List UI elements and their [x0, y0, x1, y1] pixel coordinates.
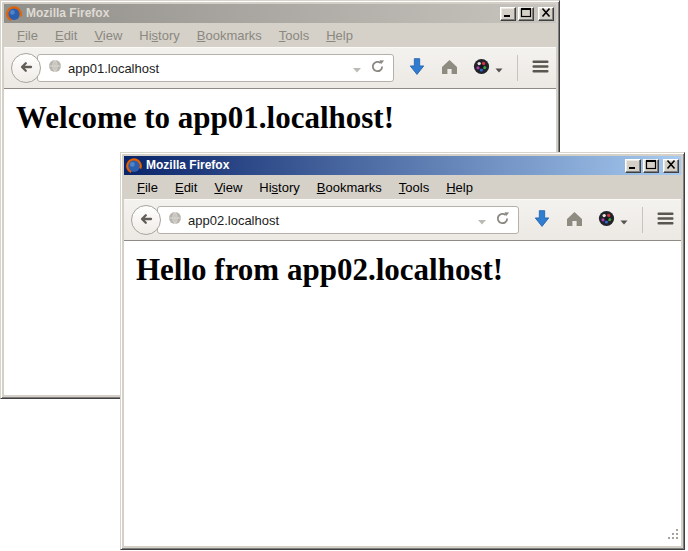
menu-item-edit[interactable]: Edit	[48, 25, 84, 46]
menu-item-bookmarks[interactable]: Bookmarks	[190, 25, 269, 46]
titlebar[interactable]: Mozilla Firefox	[4, 4, 556, 23]
menu-item-file[interactable]: File	[130, 177, 165, 198]
menu-label-part: elp	[336, 28, 353, 43]
titlebar[interactable]: Mozilla Firefox	[124, 156, 681, 175]
menu-label-mnemonic: F	[17, 28, 25, 43]
menu-label-part: dit	[64, 28, 78, 43]
firefox-window-app02: Mozilla Firefox File Edit View History B…	[120, 152, 685, 550]
navigation-toolbar: app02.localhost	[124, 199, 681, 241]
download-button[interactable]	[533, 209, 551, 231]
maximize-icon	[520, 6, 532, 21]
open-menu-button[interactable]	[532, 59, 549, 77]
minimize-icon	[502, 6, 514, 21]
extension-colorwheel-button[interactable]	[598, 210, 628, 230]
toolbar-separator	[517, 55, 518, 81]
menu-label-mnemonic: E	[175, 180, 184, 195]
menu-label-part: dit	[184, 180, 198, 195]
url-bar[interactable]: app01.localhost	[37, 54, 394, 82]
urlbar-dropdown-button[interactable]	[348, 61, 366, 76]
back-button[interactable]	[131, 205, 161, 235]
minimize-button[interactable]	[500, 7, 516, 21]
maximize-button[interactable]	[518, 7, 534, 21]
page-content: Hello from app02.localhost!	[124, 241, 681, 546]
close-button[interactable]	[663, 159, 679, 173]
minimize-icon	[627, 158, 639, 173]
minimize-button[interactable]	[625, 159, 641, 173]
site-globe-icon	[168, 211, 182, 229]
site-globe-icon	[48, 59, 62, 77]
menu-label-part: Hi	[139, 28, 151, 43]
url-text[interactable]: app02.localhost	[188, 213, 473, 228]
chevron-down-icon	[477, 213, 487, 228]
back-icon	[18, 59, 34, 78]
extension-colorwheel-button[interactable]	[473, 58, 503, 78]
menu-label-mnemonic: V	[94, 28, 102, 43]
menu-label-mnemonic: H	[446, 180, 455, 195]
menu-item-history[interactable]: History	[252, 177, 306, 198]
menu-item-tools[interactable]: Tools	[272, 25, 316, 46]
open-menu-button[interactable]	[657, 211, 674, 229]
menu-label-part: ile	[25, 28, 38, 43]
window-title: Mozilla Firefox	[146, 156, 621, 175]
menu-label-part: ools	[285, 28, 309, 43]
caret-down-icon	[620, 213, 628, 228]
maximize-icon	[645, 158, 657, 173]
menu-label-part: ools	[405, 180, 429, 195]
home-button[interactable]	[565, 210, 584, 230]
menu-label-mnemonic: H	[326, 28, 335, 43]
menu-label-part: ile	[145, 180, 158, 195]
menu-label-part: ookmarks	[205, 28, 261, 43]
menu-label-mnemonic: V	[214, 180, 222, 195]
desktop: Mozilla Firefox File Edit View History B…	[0, 0, 688, 551]
menu-label-mnemonic: E	[55, 28, 64, 43]
page-heading: Welcome to app01.localhost!	[16, 100, 544, 136]
close-icon	[665, 158, 677, 173]
menu-label-part: Hi	[259, 180, 271, 195]
home-icon	[440, 58, 459, 78]
colorwheel-icon	[473, 58, 490, 78]
menu-label-part: iew	[223, 180, 243, 195]
menu-item-view[interactable]: View	[87, 25, 129, 46]
menu-item-tools[interactable]: Tools	[392, 177, 436, 198]
menubar: File Edit View History Bookmarks Tools H…	[124, 175, 681, 199]
maximize-button[interactable]	[643, 159, 659, 173]
window-title: Mozilla Firefox	[26, 4, 496, 23]
firefox-logo-icon	[126, 158, 142, 174]
hamburger-menu-icon	[532, 59, 549, 77]
navigation-toolbar: app01.localhost	[4, 47, 556, 89]
reload-icon	[370, 59, 385, 77]
menu-item-bookmarks[interactable]: Bookmarks	[310, 177, 389, 198]
chevron-down-icon	[352, 61, 362, 76]
reload-icon	[495, 211, 510, 229]
caret-down-icon	[495, 61, 503, 76]
reload-button[interactable]	[366, 59, 389, 77]
menu-label-part: elp	[456, 180, 473, 195]
menu-item-help[interactable]: Help	[319, 25, 360, 46]
menu-label-part: tory	[158, 28, 180, 43]
menubar: File Edit View History Bookmarks Tools H…	[4, 23, 556, 47]
home-button[interactable]	[440, 58, 459, 78]
download-icon	[533, 209, 551, 231]
toolbar-separator	[642, 207, 643, 233]
close-icon	[540, 6, 552, 21]
colorwheel-icon	[598, 210, 615, 230]
back-button[interactable]	[11, 53, 41, 83]
close-button[interactable]	[538, 7, 554, 21]
url-text[interactable]: app01.localhost	[68, 61, 348, 76]
menu-label-part: tory	[278, 180, 300, 195]
download-button[interactable]	[408, 57, 426, 79]
menu-item-edit[interactable]: Edit	[168, 177, 204, 198]
reload-button[interactable]	[491, 211, 514, 229]
hamburger-menu-icon	[657, 211, 674, 229]
url-bar[interactable]: app02.localhost	[157, 206, 519, 234]
menu-item-file[interactable]: File	[10, 25, 45, 46]
resize-grip[interactable]	[667, 527, 680, 545]
menu-item-history[interactable]: History	[132, 25, 186, 46]
menu-label-part: ookmarks	[325, 180, 381, 195]
menu-item-help[interactable]: Help	[439, 177, 480, 198]
menu-label-part: iew	[103, 28, 123, 43]
urlbar-dropdown-button[interactable]	[473, 213, 491, 228]
firefox-logo-icon	[6, 6, 22, 22]
download-icon	[408, 57, 426, 79]
menu-item-view[interactable]: View	[207, 177, 249, 198]
